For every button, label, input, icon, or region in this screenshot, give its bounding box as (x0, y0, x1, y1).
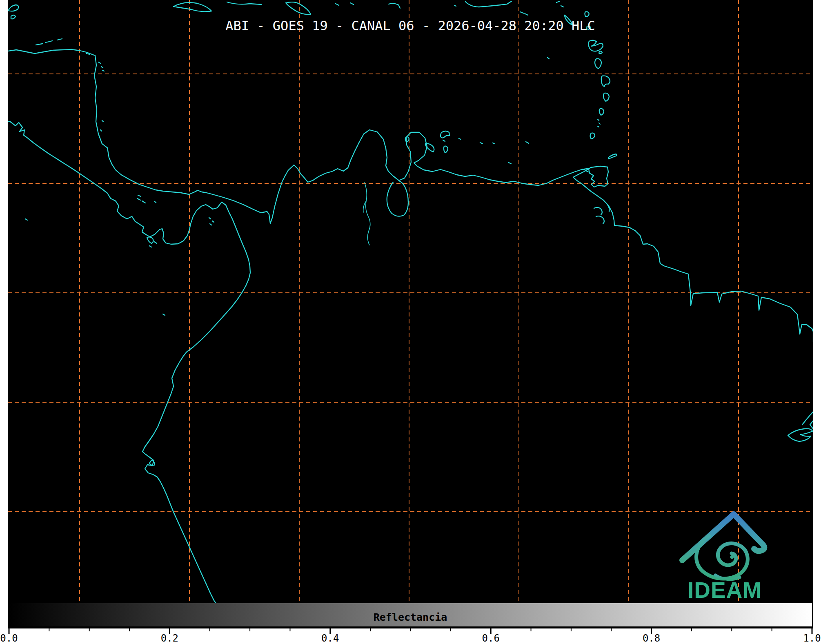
satellite-figure: ABI - GOES 19 - CANAL 06 - 2026-04-28 20… (0, 0, 821, 644)
colorbar-tick-label: 0.2 (161, 633, 178, 644)
colorbar-label: Reflectancia (374, 611, 447, 623)
colorbar-tick-labels: 0.00.20.40.60.81.0 (0, 633, 821, 644)
colorbar-tick-label: 0.6 (482, 633, 500, 644)
colorbar-tick-label: 0.0 (0, 633, 18, 644)
colorbar-tick-label: 0.4 (321, 633, 339, 644)
image-title: ABI - GOES 19 - CANAL 06 - 2026-04-28 20… (225, 18, 595, 33)
satellite-map: ABI - GOES 19 - CANAL 06 - 2026-04-28 20… (0, 0, 821, 644)
colorbar-ticks (9, 628, 812, 634)
colorbar-tick-label: 1.0 (803, 633, 821, 644)
logo-text: IDEAM (688, 577, 762, 603)
colorbar-tick-label: 0.8 (643, 633, 660, 644)
colorbar: Reflectancia 0.00.20.40.60.81.0 (0, 603, 821, 644)
map-background (8, 0, 813, 603)
